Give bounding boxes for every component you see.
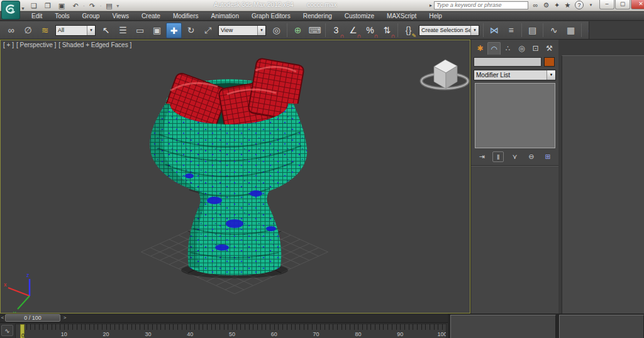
- application-menu-arrow-icon[interactable]: ▼: [21, 6, 25, 11]
- curve-editor-button[interactable]: ∿: [546, 23, 562, 38]
- show-end-result-button[interactable]: ‖: [492, 151, 504, 162]
- mirror-button[interactable]: ⋈: [486, 23, 502, 38]
- project-toolbar-button[interactable]: ▤: [103, 1, 115, 11]
- percent-snap-toggle-button[interactable]: %∩: [362, 23, 378, 38]
- ruler-tick: [257, 324, 258, 330]
- next-frame-button[interactable]: >: [60, 314, 69, 322]
- undo-button[interactable]: ↶: [69, 1, 82, 11]
- menu-modifiers[interactable]: Modifiers: [167, 12, 205, 21]
- previous-frame-button[interactable]: <: [0, 314, 5, 322]
- spinner-snap-toggle-button[interactable]: ⇅∩: [379, 23, 395, 38]
- tab-modify[interactable]: ◠: [487, 42, 501, 55]
- help-icon[interactable]: ?: [575, 1, 584, 9]
- open-file-button[interactable]: ❐: [42, 1, 54, 11]
- viewport-canvas[interactable]: z x y: [1, 40, 470, 313]
- named-selection-sets-dropdown-arrow-icon[interactable]: ▼: [470, 26, 479, 35]
- undo-dropdown-arrow[interactable]: ·: [83, 3, 85, 9]
- close-button[interactable]: ✕: [631, 0, 644, 9]
- favorites-star-icon[interactable]: ★: [562, 1, 573, 9]
- selection-filter-dropdown[interactable]: All▼: [55, 25, 96, 36]
- menu-views[interactable]: Views: [106, 12, 135, 21]
- quick-access-toolbar: ❏❐▣↶·↷·▤▾: [28, 1, 119, 11]
- redo-dropdown-arrow[interactable]: ·: [100, 3, 102, 9]
- redo-button[interactable]: ↷: [86, 1, 99, 11]
- tab-display[interactable]: ⊡: [529, 42, 542, 55]
- menu-tools[interactable]: Tools: [48, 12, 75, 21]
- application-menu-button[interactable]: [1, 1, 20, 19]
- object-color-swatch[interactable]: [544, 57, 555, 67]
- menu-edit[interactable]: Edit: [25, 12, 48, 21]
- infocenter-expand-icon[interactable]: ▸: [430, 3, 432, 8]
- selection-filter-dropdown-arrow-icon[interactable]: ▼: [87, 26, 95, 35]
- edit-named-selection-sets-button[interactable]: {}✎: [401, 23, 416, 38]
- search-input[interactable]: [434, 1, 528, 9]
- modifier-list-arrow-icon[interactable]: ▼: [547, 70, 555, 80]
- reference-coordinate-system-dropdown-arrow-icon[interactable]: ▼: [257, 26, 265, 35]
- select-and-rotate-button[interactable]: ↻: [183, 23, 199, 38]
- open-mini-curve-editor-button[interactable]: ∿: [1, 325, 13, 336]
- object-name-field[interactable]: [474, 57, 541, 67]
- select-and-link-button[interactable]: ∞: [3, 23, 19, 38]
- maximize-button[interactable]: ▢: [615, 0, 630, 9]
- open-file-name: coccc.max: [307, 1, 336, 8]
- current-frame-marker[interactable]: 0: [20, 324, 25, 338]
- window-crossing-toggle-button[interactable]: ▣: [149, 23, 165, 38]
- modifier-stack[interactable]: [475, 83, 555, 148]
- menu-animation[interactable]: Animation: [204, 12, 245, 21]
- viewport-pov-menu[interactable]: [ Perspective ]: [16, 41, 56, 48]
- unlink-selection-button-icon: ∅: [24, 25, 31, 35]
- new-scene-button[interactable]: ❏: [28, 1, 40, 11]
- menu-rendering[interactable]: Rendering: [297, 12, 338, 21]
- time-slider-handle[interactable]: 0 / 100: [5, 314, 60, 322]
- tab-utilities[interactable]: ⚒: [543, 42, 556, 55]
- rectangular-selection-region-button[interactable]: ▭: [132, 23, 148, 38]
- menu-graph-editors[interactable]: Graph Editors: [245, 12, 297, 21]
- modifier-list-dropdown[interactable]: Modifier List ▼: [474, 70, 556, 80]
- ruler-tick: [370, 324, 371, 330]
- minimize-button[interactable]: –: [599, 0, 614, 9]
- select-by-name-button[interactable]: ☰: [115, 23, 131, 38]
- reference-coordinate-system-dropdown[interactable]: View▼: [218, 25, 266, 36]
- select-object-button[interactable]: ↖: [98, 23, 114, 38]
- viewport-shading-menu[interactable]: [ Shaded + Edged Faces ]: [58, 41, 131, 48]
- select-and-scale-button[interactable]: ⤢: [200, 23, 216, 38]
- menu-group[interactable]: Group: [76, 12, 106, 21]
- viewport-general-menu[interactable]: [ + ]: [3, 41, 14, 48]
- save-file-button[interactable]: ▣: [55, 1, 68, 11]
- track-bar-ruler[interactable]: 1020304050607080901000: [15, 324, 447, 338]
- communication-center-icon[interactable]: ✦: [552, 1, 562, 9]
- world-axis-tripod: z x y: [4, 272, 30, 313]
- unlink-selection-button[interactable]: ∅: [20, 23, 36, 38]
- view-cube[interactable]: [421, 60, 468, 89]
- ruler-tick: [219, 324, 220, 330]
- snaps-toggle-button[interactable]: 3∩: [328, 23, 344, 38]
- use-pivot-point-center-button[interactable]: ◎: [269, 23, 284, 38]
- tab-motion[interactable]: ◎: [515, 42, 528, 55]
- schematic-view-button[interactable]: ▦: [563, 23, 579, 38]
- named-selection-sets-dropdown[interactable]: Create Selection Se▼: [419, 25, 479, 36]
- select-and-manipulate-button[interactable]: ⊕: [290, 23, 306, 38]
- menu-create[interactable]: Create: [135, 12, 167, 21]
- angle-snap-toggle-button[interactable]: ∠∩: [345, 23, 361, 38]
- align-button[interactable]: ≡: [503, 23, 519, 38]
- make-unique-button[interactable]: ⋎: [509, 151, 521, 162]
- search-binoculars-icon[interactable]: ∞: [530, 1, 541, 9]
- configure-modifier-sets-button[interactable]: ⊞: [542, 151, 553, 162]
- menu-maxscript[interactable]: MAXScript: [380, 12, 423, 21]
- menu-customize[interactable]: Customize: [338, 12, 380, 21]
- perspective-viewport[interactable]: [ + ] [ Perspective ] [ Shaded + Edged F…: [0, 40, 470, 313]
- help-dropdown-icon[interactable]: ▾: [586, 1, 596, 9]
- menu-help[interactable]: Help: [423, 12, 448, 21]
- tab-create[interactable]: ✱: [474, 42, 487, 55]
- remove-modifier-button[interactable]: ⊖: [526, 151, 537, 162]
- qat-dropdown-arrow[interactable]: ▾: [116, 3, 119, 9]
- select-and-move-button[interactable]: ✚: [166, 23, 182, 38]
- layer-manager-button[interactable]: ▤: [525, 23, 540, 38]
- pin-stack-button[interactable]: ⇥: [476, 151, 487, 162]
- keyboard-shortcut-override-button[interactable]: ⌨: [307, 23, 323, 38]
- subscription-center-icon[interactable]: ⚙: [541, 1, 552, 9]
- title-bar: Autodesk 3ds Max 2012 x64coccc.max ❏❐▣↶·…: [0, 0, 644, 11]
- ruler-tick: [85, 324, 86, 330]
- tab-hierarchy[interactable]: ∴: [501, 42, 514, 55]
- bind-to-space-warp-button[interactable]: ≋: [37, 23, 53, 38]
